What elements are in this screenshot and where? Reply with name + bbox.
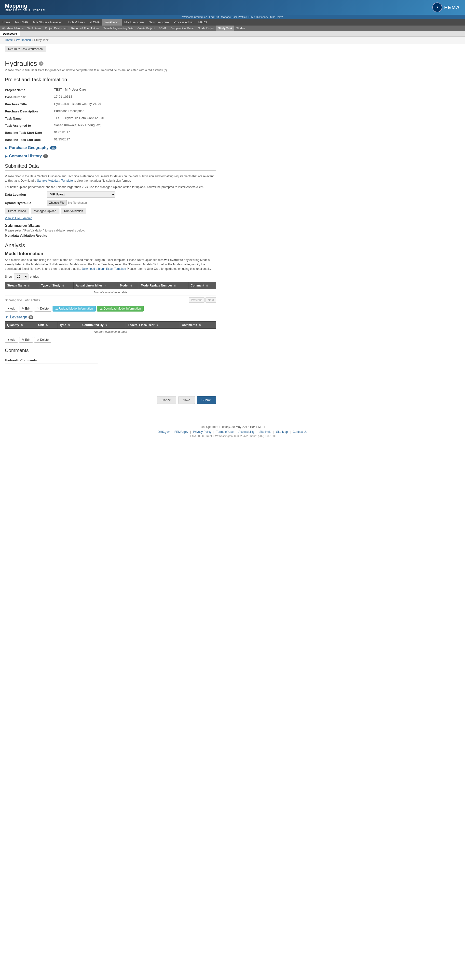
hydraulic-comments-textarea[interactable] (5, 364, 98, 388)
nav-soma[interactable]: SOMA (157, 25, 169, 31)
model-add-button[interactable]: + Add (5, 305, 18, 312)
direct-upload-button[interactable]: Direct Upload (5, 208, 29, 214)
return-to-workbench-button[interactable]: Return to Task Workbench (5, 46, 46, 52)
breadcrumb: Home » Workbench » Study Task (0, 37, 465, 43)
leverage-header[interactable]: ▼ Leverage 0 (5, 315, 216, 320)
leverage-delete-button[interactable]: ✕ Delete (34, 337, 51, 343)
breadcrumb-home[interactable]: Home (5, 38, 13, 42)
nav-home[interactable]: Home (0, 19, 13, 25)
col-model-update-number[interactable]: Model Update Number ⇅ (139, 282, 189, 289)
nav-study-project[interactable]: Study Project (196, 25, 216, 31)
nav-project-dashboard[interactable]: Project Dashboard (43, 25, 69, 31)
purchase-geography-expand-icon: ▶ (5, 146, 8, 150)
model-table-actions: + Add ✎ Edit ✕ Delete ☁ Upload Model Inf… (5, 305, 216, 312)
footer-link-contact[interactable]: Contact Us (293, 430, 307, 434)
col-type-of-study[interactable]: Type of Study ⇅ (39, 282, 74, 289)
project-task-section-title: Project and Task Information (5, 77, 216, 84)
analysis-title: Analysis (5, 242, 216, 249)
footer-link-terms[interactable]: Terms of Use (216, 430, 234, 434)
breadcrumb-current: Study Task (34, 38, 48, 42)
footer-link-site-help[interactable]: Site Help (259, 430, 271, 434)
comment-history-header[interactable]: ▶ Comment History 0 (5, 154, 216, 158)
field-task-name: Task Name TEST - Hydraulic Data Capture … (5, 116, 216, 120)
nav-search-eng[interactable]: Search Engineering Data (101, 25, 135, 31)
leverage-add-button[interactable]: + Add (5, 337, 18, 343)
sort-icon-contributed-by: ⇅ (105, 324, 107, 326)
breadcrumb-workbench[interactable]: Workbench (16, 38, 31, 42)
nav-reports[interactable]: Reports & Form Letters (69, 25, 101, 31)
nav-mip-user-care[interactable]: MIP User Care (122, 19, 146, 25)
col-contributed-by[interactable]: Contributed By ⇅ (80, 321, 126, 329)
nav-study-task[interactable]: Study Task (216, 25, 234, 31)
purchase-geography-title: Purchase Geography (9, 146, 49, 150)
download-blank-excel-link[interactable]: Download a blank Excel Template (82, 267, 126, 270)
footer-link-fema[interactable]: FEMA.gov (174, 430, 188, 434)
col-federal-fiscal-year[interactable]: Federal Fiscal Year ⇅ (126, 321, 180, 329)
footer-link-privacy[interactable]: Privacy Policy (193, 430, 212, 434)
submit-button[interactable]: Submit (197, 396, 216, 404)
data-location-select[interactable]: MIP Upload (47, 191, 115, 197)
col-comments[interactable]: Comments ⇅ (180, 321, 216, 329)
leverage-edit-button[interactable]: ✎ Edit (19, 337, 33, 343)
sort-icon-type: ⇅ (68, 324, 70, 326)
nav-process-admin[interactable]: Process Admin (171, 19, 196, 25)
pagination-previous-button[interactable]: Previous (189, 297, 205, 303)
footer-link-site-map[interactable]: Site Map (276, 430, 288, 434)
submitted-data-title: Submitted Data (5, 163, 216, 170)
field-label-task-start: Baseline Task Start Date (5, 130, 54, 135)
nav-compendium[interactable]: Compendium Panel (169, 25, 196, 31)
page-title: Hydraulics ? (5, 60, 216, 67)
download-model-info-button[interactable]: ☁ Download Model Information (97, 305, 144, 312)
model-delete-button[interactable]: ✕ Delete (34, 305, 51, 312)
footer-link-dhs[interactable]: DHS.gov (158, 430, 170, 434)
col-quantity[interactable]: Quantity ⇅ (5, 321, 36, 329)
pagination-next-button[interactable]: Next (205, 297, 216, 303)
col-stream-name[interactable]: Stream Name ⇅ (5, 282, 39, 289)
help-icon[interactable]: ? (39, 61, 43, 66)
col-unit[interactable]: Unit ⇅ (36, 321, 57, 329)
entries-count-select[interactable]: 10 (14, 274, 29, 280)
secondary-nav: Workbench Home Work Items Project Dashbo… (0, 25, 465, 31)
model-table: Stream Name ⇅ Type of Study ⇅ Actual Lin… (5, 282, 216, 296)
nav-workbench[interactable]: Workbench (102, 19, 122, 25)
view-file-explorer-link[interactable]: View in File Explorer (5, 216, 32, 220)
col-comment[interactable]: Comment ⇅ (189, 282, 216, 289)
model-edit-button[interactable]: ✎ Edit (19, 305, 33, 312)
field-case-number: Case Number 17-01-1051S (5, 95, 216, 99)
no-file-text: No file chosen (68, 201, 87, 205)
nav-eloma[interactable]: eLOMA (87, 19, 102, 25)
choose-file-button[interactable]: Choose File (47, 200, 67, 205)
tab-dashboard[interactable]: Dashboard (0, 31, 20, 37)
managed-upload-button[interactable]: Managed Upload (31, 208, 59, 214)
submitted-data-desc2: For better upload performance and file u… (5, 185, 216, 189)
nav-workbench-home[interactable]: Workbench Home (0, 25, 25, 31)
purchase-geography-header[interactable]: ▶ Purchase Geography 15 (5, 146, 216, 150)
nav-risk-map[interactable]: Risk MAP (13, 19, 31, 25)
table-no-data-row: No data available in table (5, 289, 216, 296)
nav-mip-studies[interactable]: MIP Studies Transition (31, 19, 65, 25)
nav-mars[interactable]: MARS (196, 19, 209, 25)
sample-metadata-link[interactable]: Sample Metadata Template (37, 179, 73, 182)
footer-link-accessibility[interactable]: Accessibility (238, 430, 254, 434)
footer-address: FEMA 500 C Street, SW Washington, D.C. 2… (4, 434, 461, 438)
comments-section: Comments Hydraulic Comments (5, 348, 216, 389)
sort-icon-federal-fiscal-year: ⇅ (156, 324, 158, 326)
field-task-assigned: Task Assigned to Saeed Khawaja; Nick Rod… (5, 123, 216, 127)
field-value-purchase-description: Purchase Description (54, 109, 84, 113)
save-button[interactable]: Save (178, 396, 195, 404)
col-model[interactable]: Model ⇅ (118, 282, 139, 289)
cancel-button[interactable]: Cancel (157, 396, 176, 404)
logo: Mapping INFORMATION PLATFORM (5, 3, 46, 11)
comments-title: Comments (5, 348, 216, 355)
upload-model-info-button[interactable]: ☁ Upload Model Information (53, 305, 96, 312)
col-type[interactable]: Type ⇅ (57, 321, 80, 329)
nav-tools[interactable]: Tools & Links (65, 19, 88, 25)
nav-create-project[interactable]: Create Project (135, 25, 157, 31)
run-validation-button[interactable]: Run Validation (61, 208, 86, 214)
col-actual-linear-miles[interactable]: Actual Linear Miles ⇅ (74, 282, 118, 289)
nav-work-items[interactable]: Work Items (25, 25, 43, 31)
field-value-case-number: 17-01-1051S (54, 95, 72, 99)
nav-new-user-care[interactable]: New User Care (147, 19, 171, 25)
nav-studies[interactable]: Studies (234, 25, 247, 31)
field-label-task-end: Baseline Task End Date (5, 137, 54, 142)
